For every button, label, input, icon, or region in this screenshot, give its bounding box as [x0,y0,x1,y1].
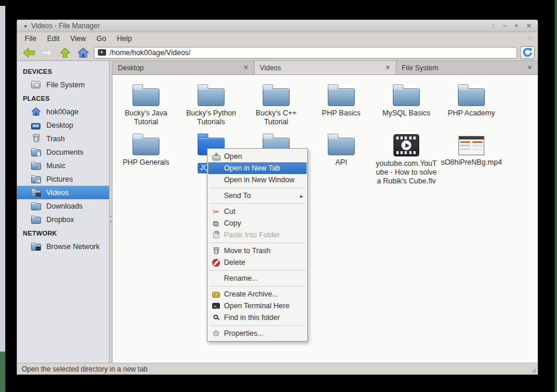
cut-icon: ✂ [211,208,221,216]
sidebar-item-trash[interactable]: Trash [17,132,109,145]
context-menu-item-send-to[interactable]: Send To▸ [208,190,307,202]
sidebar-item-downloads[interactable]: ↓Downloads [17,199,109,213]
context-menu-item-rename[interactable]: Rename... [208,272,307,284]
reload-icon [522,47,532,57]
folder-icon [263,88,290,106]
window-minimize-icon[interactable]: − [502,20,507,32]
folder-icon [30,215,42,224]
folder-music-icon: ♪ [30,161,42,170]
sidebar-item-videos[interactable]: Videos [17,186,109,199]
window-close-icon[interactable]: ✕ [526,20,532,32]
back-button[interactable] [21,46,36,59]
home-button[interactable] [76,46,91,59]
context-menu-item-move-to-trash[interactable]: Move to Trash [208,245,307,257]
home-icon [77,47,89,58]
sidebar-item-file-system[interactable]: File System [17,78,109,91]
sidebar-item-pictures[interactable]: Pictures [17,172,109,186]
context-menu-item-open-terminal-here[interactable]: Open Terminal Here [208,300,307,312]
terminal-icon [211,303,221,309]
paste-icon [211,231,221,238]
sidebar-item-label: Dropbox [46,216,74,224]
file-item-bucky-s-java-tutorial[interactable]: Bucky's Java Tutorial [114,84,178,127]
tab-close-icon[interactable]: ✕ [243,64,249,71]
folder-icon [198,88,225,106]
tab-close-icon[interactable]: ✕ [527,64,532,71]
context-menu-item-properties[interactable]: ⚙Properties... [208,328,307,339]
sidebar-item-hok00age[interactable]: hok00age [17,105,109,118]
tab-videos[interactable]: Videos✕ [254,61,396,74]
menubar-item-help[interactable]: Help [111,33,137,45]
folder-icon [328,88,355,106]
up-button[interactable] [57,46,73,59]
tab-label: File System [402,64,527,72]
play-icon [402,141,412,151]
video-folder-icon [98,49,106,56]
resize-grip[interactable] [531,368,536,373]
desktop-wallpaper-left [0,352,5,392]
context-menu-item-open-in-new-window[interactable]: Open in New Window [208,174,307,186]
context-menu-item-delete[interactable]: Delete [208,257,307,268]
menubar-item-file[interactable]: File [19,33,42,45]
menu-separator [209,188,306,188]
context-menu-item-create-archive[interactable]: Create Archive... [208,288,307,300]
window-maximize-icon[interactable]: + [514,20,518,32]
sidebar: DEVICESFile SystemPLACEShok00ageDesktopT… [17,61,109,363]
sidebar-item-music[interactable]: ♪Music [17,159,109,172]
sidebar-item-desktop[interactable]: Desktop [17,118,109,132]
tab-desktop[interactable]: Desktop✕ [113,61,254,74]
context-menu-item-cut[interactable]: ✂Cut [208,206,307,217]
context-menu-item-label: Properties... [224,329,263,338]
menubar-item-edit[interactable]: Edit [42,33,65,45]
context-menu-item-open-in-new-tab[interactable]: Open in New Tab [208,162,307,174]
window-roll-up-icon[interactable]: ↑ [491,20,495,32]
file-item-bucky-s-c-tutorial[interactable]: Bucky's C++ Tutorial [244,84,308,127]
file-view[interactable]: Bucky's Java TutorialBucky's Python Tuto… [113,75,538,363]
file-item-bucky-s-python-tutorials[interactable]: Bucky's Python Tutorials [179,84,243,127]
menu-separator [209,243,306,243]
context-menu-item-label: Create Archive... [224,290,278,298]
trash-small-icon [211,248,221,254]
file-item-so8hiprenbg-mp4[interactable]: sO8hiPreNBg.mp4 [439,133,504,167]
file-label: MySQL Basics [382,109,430,118]
context-menu-item-find-in-this-folder[interactable]: Find in this folder [208,312,307,323]
sidebar-item-documents[interactable]: Documents [17,145,109,159]
forward-icon [41,47,53,58]
reload-button[interactable] [520,46,535,59]
file-label: sO8hiPreNBg.mp4 [441,158,502,167]
titlebar[interactable]: ▾ Videos - File Manager ↑−+✕ [17,20,538,32]
file-item-php-generals[interactable]: PHP Generals [114,133,178,167]
video-file-icon [393,134,419,156]
menu-separator [209,203,306,204]
search-icon [211,315,221,321]
sidebar-item-label: Documents [46,148,83,156]
file-label: API [335,158,347,167]
context-menu: OpenOpen in New TabOpen in New WindowSen… [207,148,308,342]
file-item-youtube-com-youtube-how-to-solve-a-rubik-s-cube-flv[interactable]: youtube.com.YouTube - How to solve a Rub… [374,133,439,186]
gear-icon: ⚙ [211,329,221,338]
tab-close-icon[interactable]: ✕ [385,64,390,71]
sidebar-item-browse-network[interactable]: Browse Network [17,240,109,253]
file-label: youtube.com.YouTube - How to solve a Rub… [374,159,439,186]
menubar-item-view[interactable]: View [65,33,91,45]
menubar-item-go[interactable]: Go [91,33,112,45]
home-icon [30,107,42,116]
context-menu-item-label: Open [224,152,242,161]
file-item-mysql-basics[interactable]: MySQL Basics [374,84,439,118]
tab-file-system[interactable]: File System✕ [396,61,538,74]
file-item-php-academy[interactable]: PHP Academy [439,84,504,118]
delete-icon [211,259,221,267]
path-text[interactable]: /home/hok00age/Videos/ [110,49,191,57]
window-menu-icon[interactable]: ▾ [24,23,27,29]
splitter-grip-icon[interactable] [110,216,112,222]
context-menu-item-copy[interactable]: ⧉Copy [208,217,307,229]
main-panel: Desktop✕Videos✕File System✕ Bucky's Java… [113,61,538,363]
file-item-php-basics[interactable]: PHP Basics [309,84,373,118]
tab-label: Videos [260,64,385,72]
folder-icon [458,88,485,106]
context-menu-item-open[interactable]: Open [208,151,307,162]
context-menu-item-label: Delete [224,258,245,267]
file-item-api[interactable]: API [309,133,373,167]
sidebar-item-dropbox[interactable]: Dropbox [17,213,109,226]
path-bar[interactable]: /home/hok00age/Videos/ [94,47,517,59]
context-menu-item-label: Paste Into Folder [224,231,280,239]
